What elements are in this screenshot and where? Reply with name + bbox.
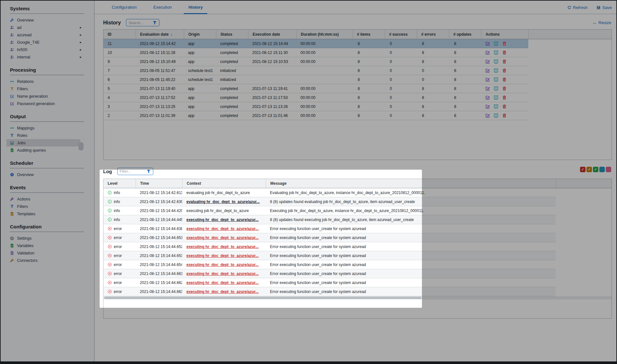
trash-icon[interactable] <box>502 104 507 109</box>
edit-icon[interactable] <box>485 95 490 100</box>
trash-icon[interactable] <box>502 50 507 55</box>
book-icon[interactable] <box>494 104 498 109</box>
edit-icon[interactable] <box>485 113 490 118</box>
save-button[interactable]: Save <box>596 5 612 10</box>
refresh-button[interactable]: Refresh <box>567 5 588 10</box>
history-column-header[interactable]: Duration (hh:mm:ss) <box>296 30 353 39</box>
trash-icon[interactable] <box>502 86 507 91</box>
edit-icon[interactable] <box>485 68 490 73</box>
history-row[interactable]: 22021-07-13 11:01:39appcompleted2021-07-… <box>103 111 528 120</box>
history-row[interactable]: 32021-07-13 11:13:25appcompleted2021-07-… <box>103 102 528 111</box>
history-column-header[interactable]: # items <box>353 30 385 39</box>
log-level-toggle-debug[interactable] <box>606 167 611 172</box>
history-column-header[interactable]: Origin <box>184 30 216 39</box>
history-row[interactable]: 112021-08-12 15:14:42appcompleted2021-08… <box>103 39 528 48</box>
log-horizontal-scrollbar[interactable] <box>103 296 612 299</box>
edit-icon[interactable] <box>485 59 490 64</box>
log-context-link[interactable]: executing hr_doc_dept_to_azure/azur... <box>186 262 259 267</box>
trash-icon[interactable] <box>502 68 507 73</box>
sidebar-item-name-generation[interactable]: Name generation <box>10 93 84 100</box>
trash-icon[interactable] <box>502 77 507 82</box>
log-level-toggle-info[interactable] <box>599 167 605 172</box>
sidebar-item-mappings[interactable]: Mappings <box>10 124 84 132</box>
sidebar-item-validation[interactable]: Validation <box>10 249 84 257</box>
tab-execution[interactable]: Execution <box>149 1 176 14</box>
edit-icon[interactable] <box>485 104 490 109</box>
log-context-link[interactable]: evaluating hr_doc_dept_to_azure/azur... <box>186 200 260 204</box>
history-column-header[interactable]: Actions <box>481 30 528 39</box>
history-column-header[interactable]: ID <box>103 30 136 39</box>
sidebar-item-filters[interactable]: Filters <box>10 203 84 210</box>
edit-icon[interactable] <box>485 86 490 91</box>
log-scrollbar-thumb[interactable] <box>104 297 422 299</box>
log-column-header[interactable]: Time <box>136 179 182 188</box>
book-icon[interactable] <box>494 68 498 73</box>
sidebar-item-connectors[interactable]: Connectors <box>10 257 84 264</box>
sidebar-item-internal[interactable]: internal▸ <box>10 53 84 61</box>
log-column-header[interactable]: Context <box>182 179 266 188</box>
sidebar-item-overview[interactable]: Overview <box>10 16 84 24</box>
book-icon[interactable] <box>494 50 498 55</box>
history-column-header[interactable]: Status <box>216 30 248 39</box>
log-column-header[interactable]: Message <box>266 179 556 188</box>
sidebar-item-auditing-queries[interactable]: Auditing queries <box>10 146 84 154</box>
log-context-link[interactable]: executing hr_doc_dept_to_azure/azur... <box>186 218 259 222</box>
edit-icon[interactable] <box>485 41 490 46</box>
sidebar-item-roles[interactable]: Roles <box>10 132 84 139</box>
sidebar-item-templates[interactable]: Templates <box>10 210 84 218</box>
trash-icon[interactable] <box>502 113 507 118</box>
edit-icon[interactable] <box>485 77 490 82</box>
history-row[interactable]: 62021-08-05 11:45:22schedule test1initia… <box>103 75 528 84</box>
resize-button[interactable]: ↔ Resize <box>592 20 611 25</box>
history-column-header[interactable]: Execution date <box>248 30 296 39</box>
book-icon[interactable] <box>494 95 498 100</box>
sidebar-item-password-generation[interactable]: Password generation <box>10 100 84 107</box>
trash-icon[interactable] <box>502 59 507 64</box>
trash-icon[interactable] <box>502 95 507 100</box>
chevron-right-icon[interactable]: ▸ <box>80 33 82 37</box>
sidebar-scrollbar-thumb[interactable] <box>78 142 84 150</box>
book-icon[interactable] <box>494 86 498 91</box>
history-row[interactable]: 92021-08-12 15:10:49appcompleted2021-08-… <box>103 57 528 66</box>
book-icon[interactable] <box>494 59 498 64</box>
filter-funnel-icon[interactable] <box>153 21 157 25</box>
log-context-link[interactable]: executing hr_doc_dept_to_azure/azur... <box>186 271 259 276</box>
edit-icon[interactable] <box>485 50 490 55</box>
sidebar-item-hr500[interactable]: hr500▸ <box>10 46 84 53</box>
log-context-link[interactable]: executing hr_doc_dept_to_azure/azur... <box>186 226 259 231</box>
sidebar-item-azuread[interactable]: azuread▸ <box>10 31 84 39</box>
history-column-header[interactable]: # success <box>385 30 417 39</box>
sidebar-item-filters[interactable]: Filters <box>10 85 84 93</box>
history-row[interactable]: 52021-07-13 11:19:40appcompleted2021-07-… <box>103 84 528 93</box>
sidebar-item-variables[interactable]: Variables <box>10 242 84 249</box>
filter-funnel-icon[interactable] <box>147 169 151 173</box>
history-column-header[interactable]: # errors <box>417 30 449 39</box>
sidebar-item-overview[interactable]: Overview <box>10 171 84 178</box>
log-context-link[interactable]: executing hr_doc_dept_to_azure/azur... <box>186 253 259 258</box>
sidebar-item-relations[interactable]: Relations <box>10 78 84 85</box>
log-level-toggle-success[interactable]: ✓ <box>593 167 598 172</box>
log-filter-input[interactable]: Filter... <box>117 168 153 175</box>
log-context-link[interactable]: executing hr_doc_dept_to_azure/azur... <box>186 235 259 240</box>
history-column-header[interactable]: Evaluation date↓ <box>136 30 184 39</box>
log-level-toggle-error[interactable]: ✓ <box>580 167 586 172</box>
history-row[interactable]: 72021-08-05 11:51:47schedule test1initia… <box>103 66 528 75</box>
book-icon[interactable] <box>494 113 498 118</box>
search-input[interactable]: Search... <box>126 19 159 26</box>
tab-history[interactable]: History <box>184 1 207 14</box>
log-context-link[interactable]: executing hr_doc_dept_to_azure/azur... <box>186 289 259 294</box>
log-level-toggle-warning[interactable]: ✓ <box>586 167 592 172</box>
sidebar-item-ad[interactable]: ad▸ <box>10 24 84 31</box>
book-icon[interactable] <box>494 41 498 46</box>
chevron-right-icon[interactable]: ▸ <box>80 40 82 44</box>
log-context-link[interactable]: executing hr_doc_dept_to_azure/azur... <box>186 244 259 249</box>
history-row[interactable]: 102021-08-12 15:11:28appcompleted2021-08… <box>103 48 528 57</box>
trash-icon[interactable] <box>502 41 507 46</box>
chevron-right-icon[interactable]: ▸ <box>80 48 82 52</box>
book-icon[interactable] <box>494 77 498 82</box>
log-column-header[interactable]: Level <box>103 179 136 188</box>
history-column-header[interactable]: # updates <box>449 30 481 39</box>
chevron-right-icon[interactable]: ▸ <box>80 55 82 59</box>
sidebar-item-actions[interactable]: Actions <box>10 195 84 203</box>
sidebar-item-google-t4e[interactable]: Google_T4E▸ <box>10 39 84 46</box>
